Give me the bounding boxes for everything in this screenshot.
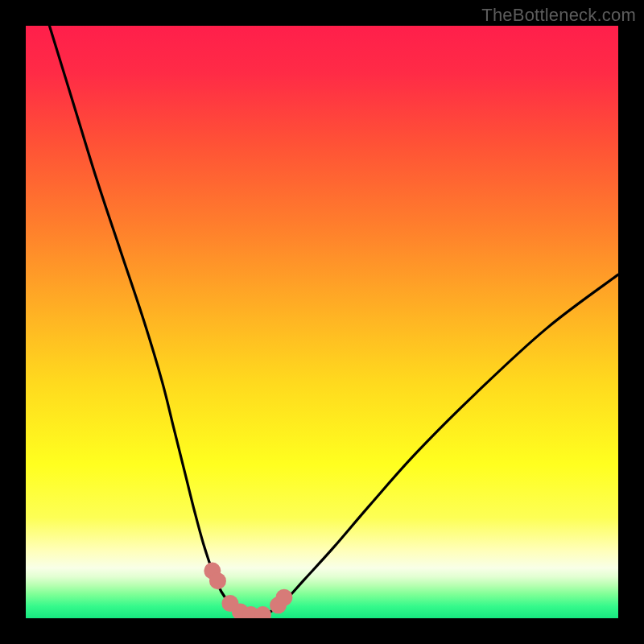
plot-area: [26, 26, 618, 618]
outer-frame: TheBottleneck.com: [0, 0, 644, 644]
watermark-text: TheBottleneck.com: [481, 5, 636, 26]
chart-svg: [26, 26, 618, 618]
bottleneck-curve: [49, 26, 618, 615]
marker-point: [254, 606, 271, 618]
marker-point: [275, 589, 292, 606]
marker-point: [209, 572, 226, 589]
marker-group: [204, 563, 292, 618]
